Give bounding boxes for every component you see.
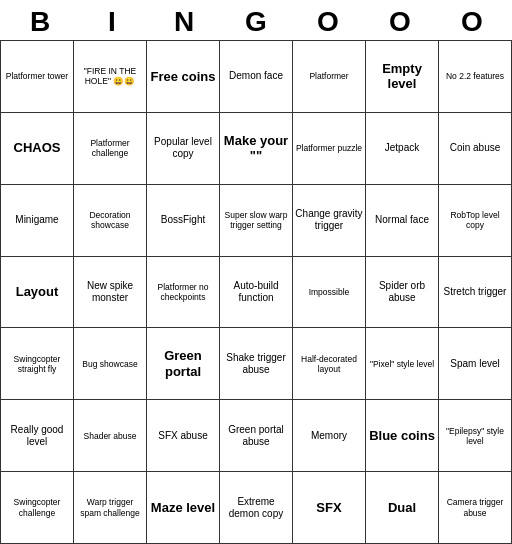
cell-text-34: Spam level <box>441 330 509 397</box>
cell-text-14: Minigame <box>3 187 71 254</box>
cell-text-28: Swingcopter straight fly <box>3 330 71 397</box>
cell-text-4: Platformer <box>295 43 363 110</box>
bingo-cell-5: Empty level <box>366 41 439 113</box>
bingo-cell-19: Normal face <box>366 185 439 257</box>
bingo-cell-48: Camera trigger abuse <box>439 472 512 544</box>
bingo-cell-44: Maze level <box>147 472 220 544</box>
bingo-cell-16: BossFight <box>147 185 220 257</box>
bingo-cell-25: Impossible <box>293 257 366 329</box>
cell-text-2: Free coins <box>149 43 217 110</box>
cell-text-13: Coin abuse <box>441 115 509 182</box>
cell-text-43: Warp trigger spam challenge <box>76 474 144 541</box>
bingo-cell-6: No 2.2 features <box>439 41 512 113</box>
cell-text-12: Jetpack <box>368 115 436 182</box>
bingo-cell-8: Platformer challenge <box>74 113 147 185</box>
cell-text-8: Platformer challenge <box>76 115 144 182</box>
bingo-cell-34: Spam level <box>439 328 512 400</box>
cell-text-45: Extreme demon copy <box>222 474 290 541</box>
cell-text-16: BossFight <box>149 187 217 254</box>
bingo-cell-3: Demon face <box>220 41 293 113</box>
cell-text-6: No 2.2 features <box>441 43 509 110</box>
cell-text-17: Super slow warp trigger setting <box>222 187 290 254</box>
bingo-cell-12: Jetpack <box>366 113 439 185</box>
bingo-grid: Platformer tower"FIRE IN THE HOLE" 😀😀Fre… <box>0 40 512 544</box>
bingo-cell-46: SFX <box>293 472 366 544</box>
cell-text-1: "FIRE IN THE HOLE" 😀😀 <box>76 43 144 110</box>
bingo-cell-36: Shader abuse <box>74 400 147 472</box>
bingo-cell-4: Platformer <box>293 41 366 113</box>
bingo-cell-22: New spike monster <box>74 257 147 329</box>
bingo-cell-2: Free coins <box>147 41 220 113</box>
bingo-cell-38: Green portal abuse <box>220 400 293 472</box>
cell-text-15: Decoration showcase <box>76 187 144 254</box>
cell-text-38: Green portal abuse <box>222 402 290 469</box>
cell-text-5: Empty level <box>368 43 436 110</box>
header-i: I <box>77 6 147 38</box>
bingo-cell-32: Half-decorated layout <box>293 328 366 400</box>
bingo-cell-41: "Epilepsy" style level <box>439 400 512 472</box>
bingo-cell-45: Extreme demon copy <box>220 472 293 544</box>
cell-text-21: Layout <box>3 259 71 326</box>
cell-text-39: Memory <box>295 402 363 469</box>
bingo-header: B I N G O O O <box>0 0 512 40</box>
cell-text-19: Normal face <box>368 187 436 254</box>
bingo-cell-43: Warp trigger spam challenge <box>74 472 147 544</box>
bingo-cell-18: Change gravity trigger <box>293 185 366 257</box>
bingo-cell-37: SFX abuse <box>147 400 220 472</box>
cell-text-35: Really good level <box>3 402 71 469</box>
bingo-cell-1: "FIRE IN THE HOLE" 😀😀 <box>74 41 147 113</box>
cell-text-37: SFX abuse <box>149 402 217 469</box>
bingo-cell-40: Blue coins <box>366 400 439 472</box>
bingo-cell-33: "Pixel" style level <box>366 328 439 400</box>
cell-text-7: CHAOS <box>3 115 71 182</box>
bingo-cell-13: Coin abuse <box>439 113 512 185</box>
bingo-cell-35: Really good level <box>1 400 74 472</box>
bingo-cell-15: Decoration showcase <box>74 185 147 257</box>
header-b: B <box>5 6 75 38</box>
cell-text-29: Bug showcase <box>76 330 144 397</box>
cell-text-0: Platformer tower <box>3 43 71 110</box>
bingo-cell-0: Platformer tower <box>1 41 74 113</box>
bingo-cell-24: Auto-build function <box>220 257 293 329</box>
bingo-cell-30: Green portal <box>147 328 220 400</box>
bingo-cell-31: Shake trigger abuse <box>220 328 293 400</box>
header-o1: O <box>293 6 363 38</box>
bingo-cell-21: Layout <box>1 257 74 329</box>
header-o3: O <box>437 6 507 38</box>
cell-text-22: New spike monster <box>76 259 144 326</box>
bingo-cell-39: Memory <box>293 400 366 472</box>
bingo-cell-26: Spider orb abuse <box>366 257 439 329</box>
bingo-cell-47: Dual <box>366 472 439 544</box>
header-o2: O <box>365 6 435 38</box>
cell-text-20: RobTop level copy <box>441 187 509 254</box>
bingo-cell-9: Popular level copy <box>147 113 220 185</box>
cell-text-44: Maze level <box>149 474 217 541</box>
bingo-cell-14: Minigame <box>1 185 74 257</box>
bingo-cell-27: Stretch trigger <box>439 257 512 329</box>
bingo-cell-20: RobTop level copy <box>439 185 512 257</box>
cell-text-46: SFX <box>295 474 363 541</box>
cell-text-33: "Pixel" style level <box>368 330 436 397</box>
bingo-cell-23: Platformer no checkpoints <box>147 257 220 329</box>
cell-text-48: Camera trigger abuse <box>441 474 509 541</box>
header-g: G <box>221 6 291 38</box>
cell-text-3: Demon face <box>222 43 290 110</box>
cell-text-30: Green portal <box>149 330 217 397</box>
cell-text-40: Blue coins <box>368 402 436 469</box>
cell-text-26: Spider orb abuse <box>368 259 436 326</box>
bingo-cell-7: CHAOS <box>1 113 74 185</box>
cell-text-9: Popular level copy <box>149 115 217 182</box>
bingo-cell-11: Platformer puzzle <box>293 113 366 185</box>
cell-text-18: Change gravity trigger <box>295 187 363 254</box>
cell-text-24: Auto-build function <box>222 259 290 326</box>
cell-text-23: Platformer no checkpoints <box>149 259 217 326</box>
bingo-cell-10: Make your "" <box>220 113 293 185</box>
cell-text-25: Impossible <box>295 259 363 326</box>
cell-text-41: "Epilepsy" style level <box>441 402 509 469</box>
cell-text-11: Platformer puzzle <box>295 115 363 182</box>
cell-text-42: Swingcopter challenge <box>3 474 71 541</box>
cell-text-31: Shake trigger abuse <box>222 330 290 397</box>
cell-text-47: Dual <box>368 474 436 541</box>
bingo-cell-28: Swingcopter straight fly <box>1 328 74 400</box>
cell-text-36: Shader abuse <box>76 402 144 469</box>
